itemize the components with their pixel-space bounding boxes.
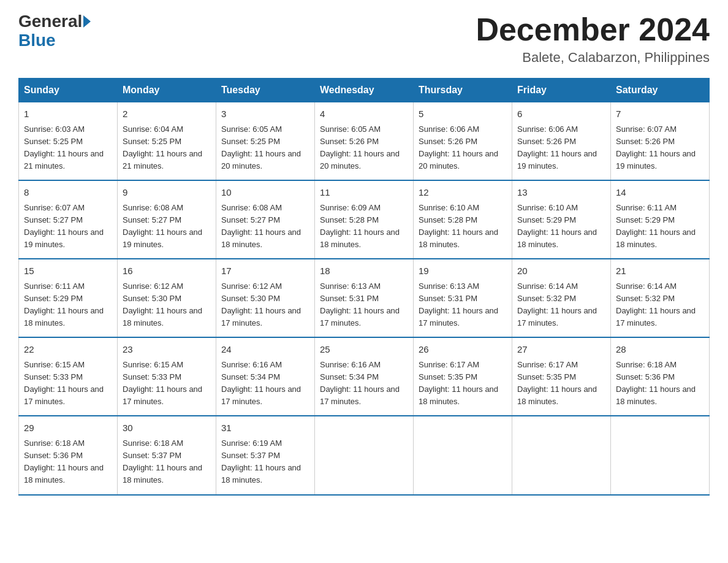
day-info: Sunrise: 6:16 AMSunset: 5:34 PMDaylight:… xyxy=(221,360,301,406)
day-number: 25 xyxy=(320,343,408,357)
day-number: 24 xyxy=(221,343,309,357)
day-number: 1 xyxy=(24,107,112,121)
table-row: 10 Sunrise: 6:08 AMSunset: 5:27 PMDaylig… xyxy=(216,180,315,259)
logo-arrow-icon xyxy=(83,15,91,28)
table-row: 5 Sunrise: 6:06 AMSunset: 5:26 PMDayligh… xyxy=(414,102,512,181)
table-row: 20 Sunrise: 6:14 AMSunset: 5:32 PMDaylig… xyxy=(512,259,611,337)
day-number: 28 xyxy=(616,343,704,357)
table-row: 21 Sunrise: 6:14 AMSunset: 5:32 PMDaylig… xyxy=(611,259,710,337)
table-row xyxy=(512,416,611,494)
day-info: Sunrise: 6:09 AMSunset: 5:28 PMDaylight:… xyxy=(320,203,400,249)
day-info: Sunrise: 6:12 AMSunset: 5:30 PMDaylight:… xyxy=(221,282,301,327)
day-number: 18 xyxy=(320,264,408,278)
day-info: Sunrise: 6:11 AMSunset: 5:29 PMDaylight:… xyxy=(24,282,104,327)
day-info: Sunrise: 6:08 AMSunset: 5:27 PMDaylight:… xyxy=(123,203,202,249)
table-row: 28 Sunrise: 6:18 AMSunset: 5:36 PMDaylig… xyxy=(611,337,710,416)
day-info: Sunrise: 6:15 AMSunset: 5:33 PMDaylight:… xyxy=(123,360,202,406)
calendar-week-row: 15 Sunrise: 6:11 AMSunset: 5:29 PMDaylig… xyxy=(19,259,710,337)
table-row: 7 Sunrise: 6:07 AMSunset: 5:26 PMDayligh… xyxy=(611,102,710,181)
day-info: Sunrise: 6:16 AMSunset: 5:34 PMDaylight:… xyxy=(320,360,400,406)
day-number: 29 xyxy=(24,421,112,435)
table-row: 12 Sunrise: 6:10 AMSunset: 5:28 PMDaylig… xyxy=(414,180,512,259)
day-info: Sunrise: 6:10 AMSunset: 5:29 PMDaylight:… xyxy=(517,203,597,249)
table-row: 29 Sunrise: 6:18 AMSunset: 5:36 PMDaylig… xyxy=(19,416,118,494)
day-info: Sunrise: 6:03 AMSunset: 5:25 PMDaylight:… xyxy=(24,124,104,170)
table-row: 1 Sunrise: 6:03 AMSunset: 5:25 PMDayligh… xyxy=(19,102,118,181)
day-info: Sunrise: 6:14 AMSunset: 5:32 PMDaylight:… xyxy=(616,282,696,327)
day-info: Sunrise: 6:13 AMSunset: 5:31 PMDaylight:… xyxy=(320,282,400,327)
day-number: 14 xyxy=(616,186,704,200)
col-saturday: Saturday xyxy=(611,79,710,102)
calendar-subtitle: Balete, Calabarzon, Philippines xyxy=(476,50,710,66)
day-info: Sunrise: 6:19 AMSunset: 5:37 PMDaylight:… xyxy=(221,439,301,484)
table-row: 15 Sunrise: 6:11 AMSunset: 5:29 PMDaylig… xyxy=(19,259,118,337)
col-friday: Friday xyxy=(512,79,611,102)
calendar-title: December 2024 xyxy=(476,12,710,47)
day-number: 15 xyxy=(24,264,112,278)
day-number: 11 xyxy=(320,186,408,200)
table-row: 9 Sunrise: 6:08 AMSunset: 5:27 PMDayligh… xyxy=(118,180,216,259)
day-info: Sunrise: 6:17 AMSunset: 5:35 PMDaylight:… xyxy=(419,360,498,406)
day-info: Sunrise: 6:11 AMSunset: 5:29 PMDaylight:… xyxy=(616,203,696,249)
table-row xyxy=(315,416,414,494)
day-info: Sunrise: 6:18 AMSunset: 5:36 PMDaylight:… xyxy=(24,439,104,484)
day-number: 21 xyxy=(616,264,704,278)
day-number: 20 xyxy=(517,264,605,278)
col-sunday: Sunday xyxy=(19,79,118,102)
table-row xyxy=(414,416,512,494)
table-row: 23 Sunrise: 6:15 AMSunset: 5:33 PMDaylig… xyxy=(118,337,216,416)
table-row: 2 Sunrise: 6:04 AMSunset: 5:25 PMDayligh… xyxy=(118,102,216,181)
table-row: 3 Sunrise: 6:05 AMSunset: 5:25 PMDayligh… xyxy=(216,102,315,181)
day-number: 4 xyxy=(320,107,408,121)
col-thursday: Thursday xyxy=(414,79,512,102)
day-number: 23 xyxy=(123,343,211,357)
table-row: 19 Sunrise: 6:13 AMSunset: 5:31 PMDaylig… xyxy=(414,259,512,337)
page-header: General Blue December 2024 Balete, Calab… xyxy=(18,12,710,66)
day-info: Sunrise: 6:07 AMSunset: 5:26 PMDaylight:… xyxy=(616,124,696,170)
table-row: 14 Sunrise: 6:11 AMSunset: 5:29 PMDaylig… xyxy=(611,180,710,259)
calendar-week-row: 29 Sunrise: 6:18 AMSunset: 5:36 PMDaylig… xyxy=(19,416,710,494)
logo-blue-text: Blue xyxy=(18,31,56,50)
col-tuesday: Tuesday xyxy=(216,79,315,102)
day-number: 27 xyxy=(517,343,605,357)
table-row: 26 Sunrise: 6:17 AMSunset: 5:35 PMDaylig… xyxy=(414,337,512,416)
day-info: Sunrise: 6:04 AMSunset: 5:25 PMDaylight:… xyxy=(123,124,202,170)
day-number: 8 xyxy=(24,186,112,200)
table-row: 6 Sunrise: 6:06 AMSunset: 5:26 PMDayligh… xyxy=(512,102,611,181)
logo: General Blue xyxy=(18,12,91,50)
day-number: 30 xyxy=(123,421,211,435)
day-number: 22 xyxy=(24,343,112,357)
day-number: 2 xyxy=(123,107,211,121)
day-info: Sunrise: 6:12 AMSunset: 5:30 PMDaylight:… xyxy=(123,282,202,327)
calendar-week-row: 1 Sunrise: 6:03 AMSunset: 5:25 PMDayligh… xyxy=(19,102,710,181)
table-row: 25 Sunrise: 6:16 AMSunset: 5:34 PMDaylig… xyxy=(315,337,414,416)
day-number: 5 xyxy=(419,107,507,121)
day-info: Sunrise: 6:18 AMSunset: 5:37 PMDaylight:… xyxy=(123,439,202,484)
day-info: Sunrise: 6:13 AMSunset: 5:31 PMDaylight:… xyxy=(419,282,498,327)
table-row: 22 Sunrise: 6:15 AMSunset: 5:33 PMDaylig… xyxy=(19,337,118,416)
day-info: Sunrise: 6:18 AMSunset: 5:36 PMDaylight:… xyxy=(616,360,696,406)
day-number: 12 xyxy=(419,186,507,200)
table-row: 18 Sunrise: 6:13 AMSunset: 5:31 PMDaylig… xyxy=(315,259,414,337)
title-block: December 2024 Balete, Calabarzon, Philip… xyxy=(476,12,710,66)
calendar-table: Sunday Monday Tuesday Wednesday Thursday… xyxy=(18,78,710,495)
calendar-header-row: Sunday Monday Tuesday Wednesday Thursday… xyxy=(19,79,710,102)
col-monday: Monday xyxy=(118,79,216,102)
day-info: Sunrise: 6:06 AMSunset: 5:26 PMDaylight:… xyxy=(517,124,597,170)
logo-general-text: General xyxy=(18,12,82,31)
day-number: 13 xyxy=(517,186,605,200)
day-info: Sunrise: 6:06 AMSunset: 5:26 PMDaylight:… xyxy=(419,124,498,170)
day-info: Sunrise: 6:07 AMSunset: 5:27 PMDaylight:… xyxy=(24,203,104,249)
table-row: 8 Sunrise: 6:07 AMSunset: 5:27 PMDayligh… xyxy=(19,180,118,259)
calendar-week-row: 22 Sunrise: 6:15 AMSunset: 5:33 PMDaylig… xyxy=(19,337,710,416)
day-number: 26 xyxy=(419,343,507,357)
day-number: 16 xyxy=(123,264,211,278)
table-row: 17 Sunrise: 6:12 AMSunset: 5:30 PMDaylig… xyxy=(216,259,315,337)
day-number: 6 xyxy=(517,107,605,121)
table-row: 27 Sunrise: 6:17 AMSunset: 5:35 PMDaylig… xyxy=(512,337,611,416)
day-info: Sunrise: 6:05 AMSunset: 5:25 PMDaylight:… xyxy=(221,124,301,170)
day-info: Sunrise: 6:14 AMSunset: 5:32 PMDaylight:… xyxy=(517,282,597,327)
calendar-week-row: 8 Sunrise: 6:07 AMSunset: 5:27 PMDayligh… xyxy=(19,180,710,259)
table-row: 11 Sunrise: 6:09 AMSunset: 5:28 PMDaylig… xyxy=(315,180,414,259)
table-row xyxy=(611,416,710,494)
